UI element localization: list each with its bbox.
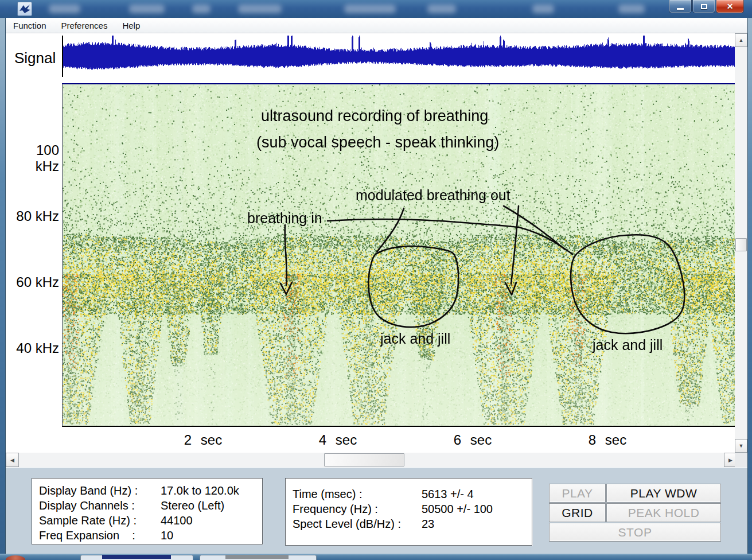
scroll-left-button[interactable]: ◀ xyxy=(6,453,19,467)
frequency-label: Frequency (Hz) : xyxy=(293,501,422,516)
blurred-title-text xyxy=(129,5,165,13)
vertical-scrollbar[interactable]: ▲ ▼ xyxy=(735,33,747,453)
signal-label: Signal xyxy=(14,49,56,67)
display-channels-label: Display Channels : xyxy=(39,498,161,513)
scroll-right-icon: ▶ xyxy=(728,457,732,463)
window-border-left xyxy=(0,18,6,554)
display-channels-row: Display Channels :Stereo (Left) xyxy=(39,498,262,513)
display-band-row: Display Band (Hz) :17.0k to 120.0k xyxy=(39,483,262,498)
play-button[interactable]: PLAY xyxy=(549,484,606,503)
spectrogram[interactable] xyxy=(62,83,737,427)
taskbar-window-2-preview xyxy=(225,555,289,559)
display-settings-box: Display Band (Hz) :17.0k to 120.0k Displ… xyxy=(32,478,263,545)
window-border-right xyxy=(747,18,752,554)
spect-level-value: 23 xyxy=(422,516,434,531)
minimize-button[interactable] xyxy=(669,0,692,13)
freq-expansion-label: Freq Expansion : xyxy=(39,528,161,543)
signal-waveform[interactable] xyxy=(62,36,737,77)
scroll-up-icon: ▲ xyxy=(739,37,744,43)
control-panel: Display Band (Hz) :17.0k to 120.0k Displ… xyxy=(6,468,747,554)
spect-level-label: Spect Level (dB/Hz) : xyxy=(293,516,422,531)
maximize-button[interactable] xyxy=(692,0,715,13)
scroll-up-button[interactable]: ▲ xyxy=(735,33,747,47)
horizontal-scroll-thumb[interactable] xyxy=(324,453,404,466)
time-value: 5613 +/- 4 xyxy=(422,487,474,501)
y-tick-80khz: 80 kHz xyxy=(9,208,59,224)
blurred-title-text xyxy=(49,5,80,13)
peak-hold-button[interactable]: PEAK HOLD xyxy=(606,503,721,522)
x-tick-8sec: 8 sec xyxy=(576,432,639,448)
y-tick-60khz: 60 kHz xyxy=(9,274,59,290)
blurred-title-text xyxy=(192,5,211,13)
taskbar xyxy=(0,554,752,560)
menu-help[interactable]: Help xyxy=(115,18,147,33)
frequency-value: 50500 +/- 100 xyxy=(422,501,493,516)
menu-function[interactable]: Function xyxy=(6,18,54,33)
sample-rate-row: Sample Rate (Hz) :44100 xyxy=(39,513,262,528)
freq-expansion-value: 10 xyxy=(161,528,173,543)
grid-button[interactable]: GRID xyxy=(549,503,606,522)
bird-logo-icon xyxy=(18,2,32,15)
display-band-label: Display Band (Hz) : xyxy=(39,483,161,498)
scroll-down-button[interactable]: ▼ xyxy=(735,439,747,453)
blurred-title-text xyxy=(238,5,282,13)
x-tick-6sec: 6 sec xyxy=(441,432,504,448)
stop-button[interactable]: STOP xyxy=(549,523,721,542)
freq-expansion-row: Freq Expansion :10 xyxy=(39,528,262,543)
scroll-left-icon: ◀ xyxy=(10,457,14,463)
y-tick-100khz: 100 kHz xyxy=(9,142,59,174)
menu-preferences[interactable]: Preferences xyxy=(54,18,115,33)
blurred-title-text xyxy=(532,5,554,13)
window-controls: ✕ xyxy=(668,0,744,13)
time-label: Time (msec) : xyxy=(293,487,422,501)
vertical-scroll-thumb[interactable] xyxy=(735,238,747,251)
display-channels-value: Stereo (Left) xyxy=(161,498,224,513)
y-tick-40khz: 40 kHz xyxy=(9,340,59,356)
maximize-icon xyxy=(701,4,707,9)
menu-bar: Function Preferences Help xyxy=(6,18,747,33)
taskbar-window-1-preview xyxy=(102,555,171,559)
blurred-title-text xyxy=(344,5,396,13)
scrollbar-corner xyxy=(735,453,747,467)
minimize-icon xyxy=(677,8,684,10)
play-wdw-button[interactable]: PLAY WDW xyxy=(606,484,721,503)
x-tick-2sec: 2 sec xyxy=(172,432,235,448)
spect-level-row: Spect Level (dB/Hz) :23 xyxy=(293,516,532,531)
app-window: ✕ Function Preferences Help Signal ultra… xyxy=(0,0,752,560)
display-band-value: 17.0k to 120.0k xyxy=(161,483,239,498)
titlebar[interactable]: ✕ xyxy=(0,0,752,18)
close-button[interactable]: ✕ xyxy=(716,0,744,13)
app-icon[interactable] xyxy=(17,2,32,16)
blurred-title-text xyxy=(618,5,645,13)
x-tick-4sec: 4 sec xyxy=(306,432,369,448)
start-orb-icon[interactable] xyxy=(6,555,25,560)
scroll-down-icon: ▼ xyxy=(739,443,744,449)
time-row: Time (msec) :5613 +/- 4 xyxy=(293,487,532,501)
close-icon: ✕ xyxy=(727,2,734,11)
blurred-title-text xyxy=(427,5,456,13)
cursor-readout-box: Time (msec) :5613 +/- 4 Frequency (Hz) :… xyxy=(285,478,532,546)
frequency-row: Frequency (Hz) :50500 +/- 100 xyxy=(293,501,532,516)
horizontal-scrollbar[interactable]: ◀ ▶ xyxy=(6,453,737,467)
sample-rate-value: 44100 xyxy=(161,513,193,528)
sample-rate-label: Sample Rate (Hz) : xyxy=(39,513,161,528)
client-area: Signal ultrasound recording of breathing… xyxy=(6,33,747,468)
